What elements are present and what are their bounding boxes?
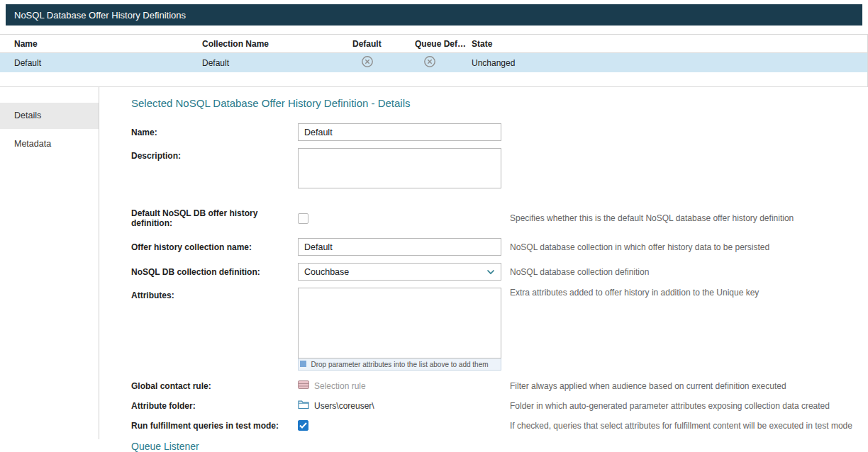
folder-icon <box>298 400 309 412</box>
details-heading: Selected NoSQL Database Offer History De… <box>131 97 861 109</box>
contact-rule-label: Global contact rule: <box>131 381 298 391</box>
default-definition-help: Specifies whether this is the default No… <box>501 213 861 223</box>
selection-rule-link[interactable]: Selection rule <box>314 381 366 391</box>
attributes-listbox[interactable] <box>298 288 501 358</box>
table-row[interactable]: Default Default Unchanged <box>0 53 867 72</box>
column-header-name[interactable]: Name <box>0 39 202 49</box>
page-title: NoSQL Database Offer History Definitions <box>14 10 186 21</box>
collection-name-input[interactable] <box>298 238 501 256</box>
attributes-label: Attributes: <box>131 288 298 300</box>
window-title-bar: NoSQL Database Offer History Definitions <box>6 4 862 26</box>
test-mode-help: If checked, queries that select attribut… <box>501 421 861 431</box>
name-input[interactable] <box>298 123 501 141</box>
selection-rule-icon <box>298 380 309 391</box>
table-header-row: Name Collection Name Default Queue Defa.… <box>0 34 867 53</box>
circle-x-icon <box>361 55 374 70</box>
collection-name-label: Offer history collection name: <box>131 242 298 252</box>
name-label: Name: <box>131 128 298 137</box>
collection-definition-label: NoSQL DB collection definition: <box>131 267 298 277</box>
column-header-default[interactable]: Default <box>352 39 415 49</box>
default-definition-label: Default NoSQL DB offer history definitio… <box>131 208 298 228</box>
queue-listener-heading: Queue Listener <box>131 441 861 452</box>
detail-tabs-sidebar: Details Metadata <box>0 87 99 439</box>
row-name-cell: Default <box>0 58 202 68</box>
column-header-queue-default[interactable]: Queue Defa... <box>415 39 472 49</box>
test-mode-checkbox[interactable] <box>298 420 308 431</box>
table-empty-row[interactable] <box>0 72 867 87</box>
attributes-drop-hint-text: Drop parameter attributes into the list … <box>311 361 488 368</box>
details-panel: Selected NoSQL Database Offer History De… <box>99 87 868 439</box>
attributes-drop-hint: Drop parameter attributes into the list … <box>298 358 501 371</box>
contact-rule-help: Filter always applied when audience base… <box>501 381 861 391</box>
column-header-state[interactable]: State <box>472 39 557 49</box>
attribute-folder-label: Attribute folder: <box>131 401 298 411</box>
attribute-folder-value[interactable]: Users\coreuser\ <box>314 401 374 411</box>
tab-details[interactable]: Details <box>0 103 99 129</box>
collection-definition-select[interactable]: Couchbase <box>298 263 501 281</box>
attributes-help: Extra attributes added to offer history … <box>501 288 861 298</box>
collection-definition-help: NoSQL database collection definition <box>501 267 861 277</box>
row-state-cell: Unchanged <box>472 58 557 68</box>
drop-marker-icon <box>300 361 306 367</box>
collection-definition-selected-value: Couchbase <box>304 267 349 277</box>
tab-metadata[interactable]: Metadata <box>0 131 99 157</box>
description-label: Description: <box>131 148 298 161</box>
default-definition-checkbox[interactable] <box>298 213 308 224</box>
column-header-collection-name[interactable]: Collection Name <box>202 39 352 49</box>
collection-name-help: NoSQL database collection in which offer… <box>501 242 861 252</box>
definitions-table: Name Collection Name Default Queue Defa.… <box>0 34 868 87</box>
test-mode-label: Run fulfillment queries in test mode: <box>131 421 298 431</box>
row-collection-cell: Default <box>202 58 352 68</box>
attribute-folder-help: Folder in which auto-generated parameter… <box>501 401 861 411</box>
description-textarea[interactable] <box>298 148 501 188</box>
chevron-down-icon <box>486 267 495 277</box>
circle-x-icon <box>423 55 436 70</box>
